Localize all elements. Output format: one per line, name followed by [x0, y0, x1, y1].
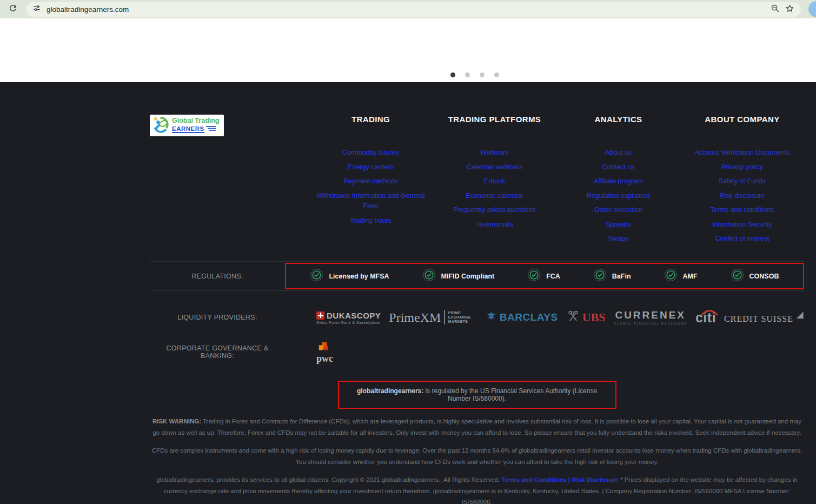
primexm-name: PrimeXM [389, 310, 441, 325]
footer-link[interactable]: Economic calendar [466, 192, 523, 200]
barclays-logo: BARCLAYS [486, 311, 558, 324]
reload-icon [8, 3, 18, 15]
regulation-badge-consob: CONSOB [731, 268, 779, 284]
liquidity-row: LIQUIDITY PROVIDERS: DUKASCOPY Swiss For… [150, 291, 804, 341]
risk-warning-paragraph: RISK WARNING: Trading in Forex and Contr… [150, 416, 804, 438]
copyright-paragraph: globaltradingearners. provides its servi… [150, 474, 804, 504]
check-badge-icon [422, 268, 436, 284]
footer-link[interactable]: Calendar webinars [466, 163, 522, 171]
footer-column-analytics: ANALYTICS About us Contact us Affiliate … [556, 115, 680, 261]
footer-link[interactable]: Trading hours [350, 217, 392, 224]
terms-and-conditions-link[interactable]: Terms and Conditions [501, 476, 567, 483]
footer-link[interactable]: Withdrawal Information and General Fees [316, 192, 424, 210]
currenex-name: CURRENEX [615, 309, 686, 321]
footer-link[interactable]: Terms and conditions [710, 206, 774, 214]
regulation-badge-amf: AMF [664, 268, 698, 284]
check-badge-icon [664, 268, 678, 284]
risk-warning-text: Trading in Forex and Contracts for Diffe… [152, 418, 801, 436]
risk-warning-label: RISK WARNING: [152, 418, 201, 425]
footer-link[interactable]: Order execution [594, 206, 642, 214]
citi-arc-icon [700, 308, 719, 318]
primexm-logo: PrimeXM PRIME EXCHANGE MARKETS [389, 310, 477, 325]
footer-column-platforms: TRADING PLATFORMS Webinars Calendar webi… [433, 115, 556, 261]
badge-label: FCA [546, 273, 560, 280]
logo-lines-icon [206, 124, 216, 134]
pwc-logo: pwc [316, 342, 342, 362]
liquidity-label: LIQUIDITY PROVIDERS: [150, 314, 285, 321]
footer-column-trading: TRADING Commodity futures Energy carrier… [309, 115, 433, 261]
ubs-keys-icon [566, 309, 580, 326]
primexm-tagline: PRIME EXCHANGE MARKETS [448, 311, 477, 324]
footer-link[interactable]: E-book [484, 177, 506, 185]
swiss-cross-icon [316, 311, 324, 320]
ubs-logo: UBS [566, 309, 606, 326]
dukascopy-name: DUKASCOPY [327, 311, 381, 320]
bookmark-star-icon[interactable] [785, 4, 794, 15]
footer-column-title: TRADING PLATFORMS [433, 115, 556, 124]
carousel-dot-3[interactable] [480, 72, 485, 77]
profile-avatar[interactable] [808, 1, 816, 17]
currenex-logo: CURRENEX GLOBAL FINANCIAL EXCHANGE [613, 309, 687, 326]
dukascopy-tagline: Swiss Forex Bank & Marketplace [316, 321, 381, 324]
regulation-badge-mfsa: Licensed by MFSA [310, 268, 389, 284]
pwc-name: pwc [316, 355, 333, 362]
badge-label: Licensed by MFSA [329, 273, 389, 280]
check-badge-icon [593, 268, 607, 284]
footer-link-columns: TRADING Commodity futures Energy carrier… [309, 115, 804, 261]
footer-link[interactable]: Commodity futures [342, 149, 399, 156]
footer-link[interactable]: Payment methods [343, 177, 398, 185]
logo-subtitle: EARNERS [172, 125, 204, 133]
company-logo[interactable]: Global Trading EARNERS [150, 115, 224, 136]
footer-link[interactable]: Regulation explained [587, 192, 650, 200]
barclays-eagle-icon [486, 311, 497, 324]
barclays-name: BARCLAYS [500, 311, 558, 323]
logo-title: Global Trading [172, 117, 220, 124]
carousel-dot-4[interactable] [494, 72, 499, 77]
check-badge-icon [731, 268, 744, 284]
dukascopy-logo: DUKASCOPY Swiss Forex Bank & Marketplace [316, 311, 381, 324]
badge-label: MIFID Compliant [441, 273, 495, 280]
footer-link[interactable]: Information Security [712, 221, 772, 228]
notice-brand: globaltradingearners: [357, 387, 423, 395]
footer-link[interactable]: Risk disclosure [719, 192, 765, 200]
check-badge-icon [527, 268, 541, 284]
address-bar[interactable]: globaltradingearners.com [26, 2, 801, 17]
regulation-badge-mifid: MIFID Compliant [422, 268, 495, 284]
footer-link[interactable]: Privacy policy [721, 163, 762, 171]
footer-link[interactable]: Testimonials [476, 221, 513, 228]
browser-toolbar: globaltradingearners.com [0, 0, 816, 18]
check-badge-icon [310, 268, 323, 284]
footer-link[interactable]: Safety of Funds [719, 177, 766, 185]
carousel-dot-2[interactable] [465, 72, 470, 77]
regulations-highlight-box: Licensed by MFSA MIFID Compliant FCA BaF… [285, 263, 804, 289]
footer-link[interactable]: Frequently asked questions [453, 206, 536, 214]
footer-link[interactable]: Energy carriers [348, 163, 394, 171]
badge-label: CONSOB [749, 273, 779, 280]
copyright-pre: globaltradingearners. provides its servi… [156, 476, 501, 483]
regulation-badge-bafin: BaFin [593, 268, 631, 284]
footer-column-title: ANALYTICS [556, 115, 680, 124]
footer-link[interactable]: Swaps [608, 235, 629, 242]
ubs-name: UBS [582, 310, 606, 324]
regulations-label: REGULATIONS: [150, 273, 285, 280]
currenex-tagline: GLOBAL FINANCIAL EXCHANGE [613, 322, 687, 326]
liquidity-logos: DUKASCOPY Swiss Forex Bank & Marketplace… [285, 309, 804, 326]
footer-link[interactable]: About us [605, 149, 632, 156]
url-text[interactable]: globaltradingearners.com [47, 5, 129, 14]
carousel-dot-1[interactable] [450, 72, 455, 77]
footer-link[interactable]: Affiliate program [594, 177, 643, 185]
footer-link[interactable]: Webinars [480, 149, 509, 156]
site-info-icon[interactable] [32, 4, 41, 15]
footer-column-title: TRADING [309, 115, 433, 124]
divider [444, 310, 445, 324]
footer-link[interactable]: Conflict of interest [715, 235, 769, 242]
badge-label: AMF [683, 273, 698, 280]
hero-section [0, 18, 816, 82]
footer-link[interactable]: Account Verification Documents [694, 149, 790, 156]
reload-button[interactable] [5, 2, 21, 17]
footer-link[interactable]: Spreads [606, 221, 631, 228]
footer-link[interactable]: Contact us [602, 163, 635, 171]
risk-disclosure-link[interactable]: Risk Disclosure [572, 476, 619, 483]
regulated-notice-box: globaltradingearners: is regulated by th… [338, 381, 616, 409]
zoom-out-icon[interactable] [771, 4, 780, 15]
